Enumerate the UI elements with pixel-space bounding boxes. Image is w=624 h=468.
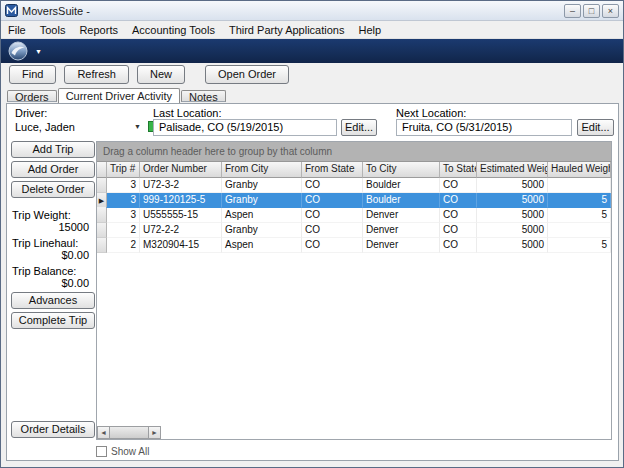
cell-from_city: Granby (222, 223, 302, 238)
cell-est_weight: 5000 (477, 208, 548, 223)
tab-notes[interactable]: Notes (181, 90, 226, 102)
cell-from_state: CO (302, 193, 363, 208)
cell-hauled: 5 (548, 238, 611, 253)
current-driver-activity-panel: Driver: Luce, Jaden ▼ Last Location: Pal… (6, 103, 619, 461)
cell-trip: 3 (107, 193, 140, 208)
last-location-field[interactable]: Palisade, CO (5/19/2015) (153, 119, 337, 136)
last-location-label: Last Location: (153, 107, 222, 119)
column-header-from-city[interactable]: From City (222, 162, 302, 178)
driver-value: Luce, Jaden (15, 119, 132, 135)
cell-hauled (548, 223, 611, 238)
menu-item-third-party-applications[interactable]: Third Party Applications (222, 22, 352, 38)
cell-est_weight: 5000 (477, 238, 548, 253)
horizontal-scrollbar[interactable]: ◄ ► (97, 426, 161, 439)
tab-orders[interactable]: Orders (7, 90, 57, 102)
scroll-left-icon[interactable]: ◄ (97, 426, 110, 439)
cell-to_city: Denver (363, 208, 440, 223)
column-header-hauled-weight[interactable]: Hauled Weight (548, 162, 611, 178)
grid-rows: 3U72-3-2GranbyCOBoulderCO5000▶3999-12012… (97, 178, 611, 253)
cell-to_city: Denver (363, 238, 440, 253)
cell-to_city: Boulder (363, 178, 440, 193)
grid-header-row: Trip #Order NumberFrom CityFrom StateTo … (97, 162, 611, 178)
row-indicator-cell: ▶ (97, 193, 107, 208)
trip-balance-value: $0.00 (11, 277, 89, 289)
cell-from_state: CO (302, 208, 363, 223)
next-location-field[interactable]: Fruita, CO (5/31/2015) (396, 119, 572, 136)
column-header-trip[interactable]: Trip # (107, 162, 140, 178)
column-header-order-number[interactable]: Order Number (140, 162, 222, 178)
cell-order: M320904-15 (140, 238, 222, 253)
app-window-icon (5, 4, 18, 17)
cell-to_city: Boulder (363, 193, 440, 208)
cell-order: U555555-15 (140, 208, 222, 223)
table-row[interactable]: 2U72-2-2GranbyCODenverCO5000 (97, 223, 611, 238)
trip-balance-label: Trip Balance: (12, 265, 76, 277)
minimize-icon[interactable]: – (564, 4, 581, 18)
cell-to_state: CO (440, 223, 477, 238)
row-indicator-cell (97, 178, 107, 193)
scroll-right-icon[interactable]: ► (148, 426, 161, 439)
driver-dropdown-icon[interactable]: ▼ (132, 119, 143, 135)
cell-to_city: Denver (363, 223, 440, 238)
cell-est_weight: 5000 (477, 178, 548, 193)
cell-from_city: Aspen (222, 238, 302, 253)
menu-item-tools[interactable]: Tools (33, 22, 73, 38)
row-indicator-cell (97, 223, 107, 238)
cell-from_city: Aspen (222, 208, 302, 223)
next-location-label: Next Location: (396, 107, 466, 119)
edit-last-location-button[interactable]: Edit... (341, 119, 377, 136)
menu-item-help[interactable]: Help (351, 22, 388, 38)
cell-trip: 2 (107, 223, 140, 238)
add-order-button[interactable]: Add Order (11, 161, 95, 178)
cell-from_state: CO (302, 223, 363, 238)
table-row[interactable]: 3U72-3-2GranbyCOBoulderCO5000 (97, 178, 611, 193)
scrollbar-thumb[interactable] (110, 426, 148, 439)
cell-hauled: 5 (548, 208, 611, 223)
find-button[interactable]: Find (9, 65, 56, 84)
add-trip-button[interactable]: Add Trip (11, 141, 95, 158)
driver-label: Driver: (15, 107, 47, 119)
advances-button[interactable]: Advances (11, 292, 95, 309)
tab-strip: OrdersCurrent Driver ActivityNotes (7, 88, 227, 103)
cell-trip: 3 (107, 208, 140, 223)
brand-banner[interactable]: ▼ (1, 39, 623, 63)
menu-item-reports[interactable]: Reports (72, 22, 125, 38)
order-details-button[interactable]: Order Details (11, 421, 95, 438)
maximize-icon[interactable]: □ (583, 4, 600, 18)
refresh-button[interactable]: Refresh (64, 65, 129, 84)
edit-next-location-button[interactable]: Edit... (577, 119, 614, 136)
trip-linehaul-label: Trip Linehaul: (12, 237, 78, 249)
column-header-estimated-weight[interactable]: Estimated Weight (477, 162, 548, 178)
cell-from_state: CO (302, 238, 363, 253)
moverssuite-logo-icon (8, 41, 28, 61)
row-indicator-cell (97, 208, 107, 223)
app-window: MoversSuite - – □ × FileToolsReportsAcco… (0, 0, 624, 468)
table-row[interactable]: 3U555555-15AspenCODenverCO50005 (97, 208, 611, 223)
column-header-to-state[interactable]: To State (440, 162, 477, 178)
show-all-checkbox[interactable] (96, 446, 107, 457)
cell-order: 999-120125-5 (140, 193, 222, 208)
table-row[interactable]: 2M320904-15AspenCODenverCO50005 (97, 238, 611, 253)
cell-from_city: Granby (222, 193, 302, 208)
banner-dropdown-icon[interactable]: ▼ (35, 48, 42, 55)
driver-combobox[interactable]: Luce, Jaden ▼ (15, 119, 143, 135)
indicator-column-header (97, 162, 107, 178)
show-all-option: Show All (96, 446, 149, 457)
cell-order: U72-3-2 (140, 178, 222, 193)
complete-trip-button[interactable]: Complete Trip (11, 312, 95, 329)
column-header-to-city[interactable]: To City (363, 162, 440, 178)
menu-item-accounting-tools[interactable]: Accounting Tools (125, 22, 222, 38)
window-title: MoversSuite - (22, 5, 564, 17)
title-bar[interactable]: MoversSuite - – □ × (1, 1, 623, 21)
group-by-panel[interactable]: Drag a column header here to group by th… (97, 142, 611, 162)
delete-order-button[interactable]: Delete Order (11, 181, 95, 198)
close-icon[interactable]: × (602, 4, 619, 18)
column-header-from-state[interactable]: From State (302, 162, 363, 178)
open-order-button[interactable]: Open Order (205, 65, 289, 84)
new-button[interactable]: New (137, 65, 185, 84)
cell-to_state: CO (440, 193, 477, 208)
tab-current-driver-activity[interactable]: Current Driver Activity (58, 88, 180, 103)
table-row[interactable]: ▶3999-120125-5GranbyCOBoulderCO50005 (97, 193, 611, 208)
menu-item-file[interactable]: File (1, 22, 33, 38)
cell-from_state: CO (302, 178, 363, 193)
